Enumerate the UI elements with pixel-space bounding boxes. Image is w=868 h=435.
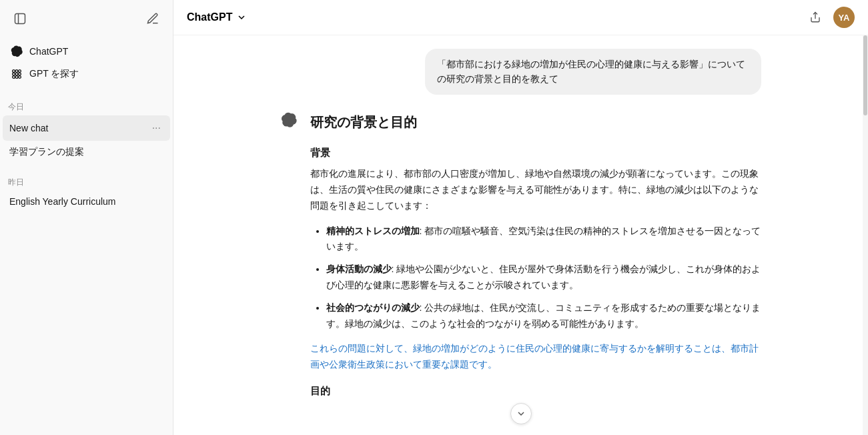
svg-point-7 [19, 73, 21, 75]
svg-point-10 [19, 76, 21, 79]
svg-rect-0 [15, 14, 25, 24]
sidebar-chat-item-new-chat[interactable]: New chat ··· [3, 115, 170, 141]
yesterday-section-label: 昨日 [0, 170, 173, 191]
sidebar-nav: ChatGPT GPT を探す [0, 37, 173, 88]
english-curriculum-label: English Yearly Curriculum [9, 196, 163, 207]
sidebar-header [0, 0, 173, 37]
chat-inner: 「都市部における緑地の増加が住民の心理的健康に与える影響」についての研究の背景と… [268, 49, 775, 418]
user-message-wrap: 「都市部における緑地の増加が住民の心理的健康に与える影響」についての研究の背景と… [281, 49, 761, 95]
share-icon [809, 11, 821, 23]
avatar[interactable]: YA [833, 7, 855, 28]
background-section-label: 背景 [310, 144, 761, 161]
new-chat-edit-button[interactable] [142, 8, 163, 29]
chat-content: 「都市部における緑地の増加が住民の心理的健康に与える影響」についての研究の背景と… [173, 35, 868, 435]
background-intro: 都市化の進展により、都市部の人口密度が増加し、緑地や自然環境の減少が顕著になって… [310, 166, 761, 213]
bullet-bold-2: 社会的つながりの減少 [326, 302, 420, 313]
new-chat-label: New chat [9, 123, 149, 133]
explore-gpt-label: GPT を探す [29, 68, 79, 80]
header-title-button[interactable]: ChatGPT [187, 11, 247, 23]
scrollbar-thumb[interactable] [863, 35, 867, 115]
main-header: ChatGPT YA [173, 0, 868, 35]
share-button[interactable] [805, 7, 825, 27]
assistant-message: 研究の背景と目的 背景 都市化の進展により、都市部の人口密度が増加し、緑地や自然… [281, 111, 761, 405]
bullet-item-2: 社会的つながりの減少: 公共の緑地は、住民が交流し、コミュニティを形成するための… [326, 300, 761, 332]
scrollbar-track [863, 35, 868, 435]
conclusion-text: これらの問題に対して、緑地の増加がどのように住民の心理的健康に寄与するかを解明す… [310, 341, 761, 373]
svg-point-8 [13, 76, 15, 79]
svg-point-2 [13, 70, 15, 73]
main-area: ChatGPT YA 「都市部における緑地の増加が住民の心理的健康に与える影響」… [173, 0, 868, 435]
sidebar-chat-item-english-curriculum[interactable]: English Yearly Curriculum [3, 191, 170, 212]
today-section-label: 今日 [0, 95, 173, 115]
new-chat-dots[interactable]: ··· [149, 121, 163, 135]
svg-point-6 [15, 73, 18, 75]
sidebar-toggle-button[interactable] [9, 8, 31, 29]
bullet-list: 精神的ストレスの増加: 都市の喧騒や騒音、空気汚染は住民の精神的ストレスを増加さ… [310, 224, 761, 332]
svg-point-3 [15, 70, 18, 73]
bullet-item-0: 精神的ストレスの増加: 都市の喧騒や騒音、空気汚染は住民の精神的ストレスを増加さ… [326, 224, 761, 256]
assistant-heading: 研究の背景と目的 [310, 111, 761, 133]
chatgpt-nav-label: ChatGPT [29, 46, 68, 57]
assistant-content: 研究の背景と目的 背景 都市化の進展により、都市部の人口密度が増加し、緑地や自然… [310, 111, 761, 405]
sidebar-item-chatgpt[interactable]: ChatGPT [5, 40, 167, 63]
bullet-item-1: 身体活動の減少: 緑地や公園が少ないと、住民が屋外で身体活動を行う機会が減少し、… [326, 262, 761, 294]
bullet-bold-1: 身体活動の減少 [326, 264, 392, 274]
openai-icon [281, 112, 297, 128]
sidebar-item-explore-gpt[interactable]: GPT を探す [5, 63, 167, 85]
scroll-down-icon [516, 408, 526, 419]
svg-point-5 [13, 73, 15, 75]
next-section-label: 目的 [310, 382, 761, 400]
assistant-avatar-icon [281, 111, 301, 131]
user-bubble: 「都市部における緑地の増加が住民の心理的健康に与える影響」についての研究の背景と… [425, 49, 761, 95]
header-actions: YA [805, 7, 855, 28]
svg-point-9 [15, 76, 18, 79]
chevron-down-icon [236, 12, 247, 23]
header-title-text: ChatGPT [187, 11, 232, 23]
study-plan-label: 学習プランの提案 [9, 146, 163, 158]
svg-point-4 [19, 70, 21, 73]
sidebar-chat-item-study-plan[interactable]: 学習プランの提案 [3, 141, 170, 163]
bullet-bold-0: 精神的ストレスの増加 [326, 226, 420, 236]
sidebar: ChatGPT GPT を探す 今日 New chat ··· 学習プランの提案… [0, 0, 173, 435]
scroll-down-button[interactable] [510, 403, 532, 424]
